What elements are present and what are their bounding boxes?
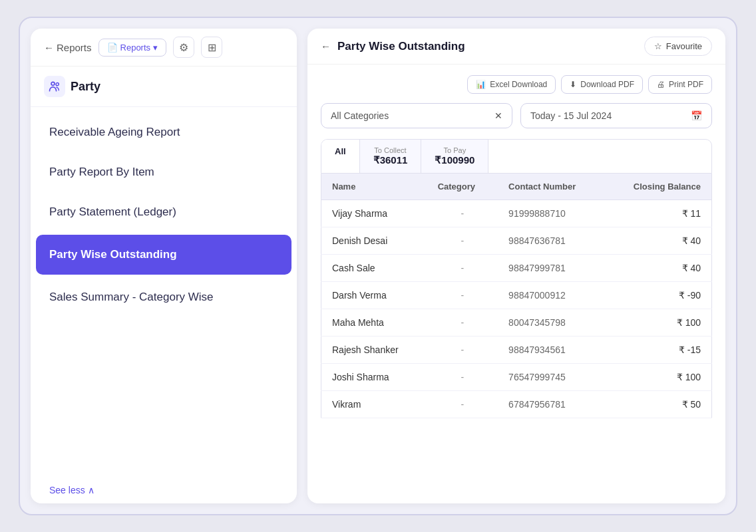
star-icon: ☆ — [654, 41, 662, 51]
cell-category: - — [427, 200, 498, 227]
cell-name: Maha Mehta — [321, 309, 427, 336]
party-section-title: Party — [71, 80, 100, 94]
cell-balance: ₹ -15 — [604, 336, 711, 364]
table-row: Darsh Verma - 98847000912 ₹ -90 — [321, 282, 712, 309]
breadcrumb-button[interactable]: 📄 Reports ▾ — [98, 39, 167, 57]
col-balance: Closing Balance — [604, 174, 711, 200]
left-panel: ← Reports 📄 Reports ▾ ⚙ ⊞ — [31, 29, 297, 503]
table-row: Denish Desai - 98847636781 ₹ 40 — [321, 227, 712, 255]
tab-to-collect[interactable]: To Collect ₹36011 — [360, 140, 422, 173]
to-collect-label: To Collect — [373, 146, 408, 154]
to-pay-amount: ₹100990 — [435, 154, 474, 166]
cell-name: Rajesh Shanker — [321, 336, 427, 364]
date-filter[interactable]: Today - 15 Jul 2024 📅 — [520, 103, 712, 128]
summary-tabs: All To Collect ₹36011 To Pay ₹100990 — [321, 139, 712, 174]
calendar-icon: 📅 — [691, 110, 702, 121]
print-icon: 🖨 — [657, 80, 665, 89]
cell-balance: ₹ 11 — [604, 200, 711, 227]
cell-category: - — [427, 391, 498, 418]
table-row: Maha Mehta - 80047345798 ₹ 100 — [321, 309, 712, 336]
tab-to-pay[interactable]: To Pay ₹100990 — [421, 140, 488, 173]
table-header-row: Name Category Contact Number Closing Bal… — [321, 174, 712, 200]
report-title: Party Wise Outstanding — [337, 40, 638, 53]
category-filter[interactable]: All Categories ✕ — [321, 103, 512, 128]
cell-contact: 76547999745 — [498, 364, 604, 391]
print-pdf-button[interactable]: 🖨 Print PDF — [648, 75, 712, 94]
settings-button[interactable]: ⚙ — [173, 37, 194, 58]
svg-point-1 — [56, 83, 59, 86]
back-button[interactable]: ← Reports — [44, 42, 92, 53]
nav-item-receivable[interactable]: Receivable Ageing Report — [31, 112, 297, 152]
category-filter-value: All Categories — [331, 110, 389, 121]
breadcrumb-label: Reports — [120, 43, 151, 53]
table-row: Vikram - 67847956781 ₹ 50 — [321, 391, 712, 418]
table-row: Vijay Sharma - 91999888710 ₹ 11 — [321, 200, 712, 227]
gear-icon: ⚙ — [179, 41, 188, 54]
tab-all[interactable]: All — [321, 140, 360, 173]
right-content: 📊 Excel Download ⬇ Download PDF 🖨 Print … — [307, 65, 725, 503]
app-container: ← Reports 📄 Reports ▾ ⚙ ⊞ — [19, 17, 737, 515]
cell-category: - — [427, 336, 498, 364]
clear-icon[interactable]: ✕ — [494, 110, 502, 121]
cell-name: Vikram — [321, 391, 427, 418]
cell-name: Cash Sale — [321, 255, 427, 282]
back-label: Reports — [57, 42, 92, 53]
panels-wrapper: ← Reports 📄 Reports ▾ ⚙ ⊞ — [31, 29, 725, 503]
cell-category: - — [427, 282, 498, 309]
excel-icon: 📊 — [476, 80, 486, 89]
party-icon-wrapper — [44, 76, 65, 97]
cell-balance: ₹ -90 — [604, 282, 711, 309]
document-icon: 📄 — [107, 43, 118, 53]
right-topbar: ← Party Wise Outstanding ☆ Favourite — [307, 29, 725, 65]
table-row: Cash Sale - 98847999781 ₹ 40 — [321, 255, 712, 282]
left-nav: Receivable Ageing Report Party Report By… — [31, 107, 297, 477]
col-category: Category — [427, 174, 498, 200]
cell-contact: 67847956781 — [498, 391, 604, 418]
cell-category: - — [427, 309, 498, 336]
party-table: Name Category Contact Number Closing Bal… — [321, 174, 712, 418]
cell-balance: ₹ 100 — [604, 309, 711, 336]
nav-item-party-report[interactable]: Party Report By Item — [31, 152, 297, 192]
cell-name: Denish Desai — [321, 227, 427, 255]
svg-point-0 — [51, 82, 55, 85]
print-label: Print PDF — [669, 80, 703, 89]
to-collect-amount: ₹36011 — [373, 154, 408, 166]
nav-item-party-statement[interactable]: Party Statement (Ledger) — [31, 192, 297, 232]
col-contact: Contact Number — [498, 174, 604, 200]
excel-label: Excel Download — [490, 80, 547, 89]
grid-button[interactable]: ⊞ — [201, 37, 222, 58]
excel-download-button[interactable]: 📊 Excel Download — [467, 75, 556, 94]
cell-contact: 91999888710 — [498, 200, 604, 227]
right-back-button[interactable]: ← — [321, 41, 331, 52]
cell-contact: 98847934561 — [498, 336, 604, 364]
cell-name: Joshi Sharma — [321, 364, 427, 391]
nav-item-sales-summary[interactable]: Sales Summary - Category Wise — [31, 277, 297, 317]
table-row: Joshi Sharma - 76547999745 ₹ 100 — [321, 364, 712, 391]
see-less-label: See less — [49, 485, 85, 495]
download-pdf-button[interactable]: ⬇ Download PDF — [561, 75, 643, 94]
cell-contact: 98847000912 — [498, 282, 604, 309]
cell-contact: 80047345798 — [498, 309, 604, 336]
party-icon — [48, 80, 61, 93]
download-icon: ⬇ — [570, 80, 576, 89]
favourite-label: Favourite — [666, 41, 702, 51]
cell-contact: 98847636781 — [498, 227, 604, 255]
nav-item-party-wise-outstanding[interactable]: Party Wise Outstanding — [36, 235, 291, 275]
filters-row: All Categories ✕ Today - 15 Jul 2024 📅 — [321, 103, 712, 128]
to-pay-label: To Pay — [435, 146, 474, 154]
table-row: Rajesh Shanker - 98847934561 ₹ -15 — [321, 336, 712, 364]
cell-balance: ₹ 40 — [604, 255, 711, 282]
cell-contact: 98847999781 — [498, 255, 604, 282]
left-topbar: ← Reports 📄 Reports ▾ ⚙ ⊞ — [31, 29, 297, 66]
chevron-up-icon: ∧ — [88, 485, 94, 495]
tab-all-label: All — [335, 146, 346, 156]
party-section-header: Party — [31, 66, 297, 107]
see-less-button[interactable]: See less ∧ — [31, 477, 297, 503]
col-name: Name — [321, 174, 427, 200]
cell-balance: ₹ 50 — [604, 391, 711, 418]
cell-balance: ₹ 100 — [604, 364, 711, 391]
favourite-button[interactable]: ☆ Favourite — [644, 37, 712, 56]
cell-balance: ₹ 40 — [604, 227, 711, 255]
grid-icon: ⊞ — [208, 41, 216, 54]
date-filter-value: Today - 15 Jul 2024 — [530, 110, 612, 121]
